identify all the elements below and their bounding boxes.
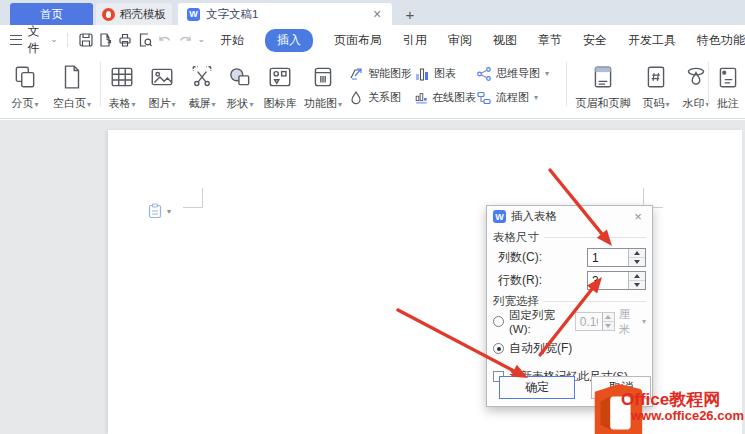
ribbon-flowchart-button[interactable]: 流程图 ▾ (476, 90, 552, 106)
ribbon-function-diagram-button[interactable]: 功能图▾ (300, 60, 346, 111)
divider (544, 301, 646, 302)
rows-spin-down-button[interactable] (629, 280, 645, 289)
columns-spin-up-button[interactable] (629, 249, 645, 257)
ribbon-tab-view[interactable]: 视图 (493, 32, 517, 49)
ribbon-comment-button[interactable]: 批注 (712, 60, 744, 111)
ribbon-mind-map-button[interactable]: 思维导图 ▾ (476, 66, 552, 82)
ribbon-tab-special-features[interactable]: 特色功能 (697, 32, 745, 49)
fixed-width-row: 固定列宽(W): 厘米 ▾ (487, 311, 652, 332)
ribbon-tab-review[interactable]: 审阅 (448, 32, 472, 49)
ribbon-table-button[interactable]: 表格▾ (102, 60, 142, 111)
tab-templates[interactable]: 稻壳模板 (96, 3, 172, 25)
fixed-width-label: 固定列宽(W): (509, 308, 575, 335)
export-button[interactable] (96, 29, 116, 51)
hamburger-menu-icon[interactable] (10, 35, 22, 45)
columns-spin-down-button[interactable] (629, 257, 645, 266)
ribbon-shapes-button[interactable]: 形状▾ (220, 60, 260, 111)
print-preview-button[interactable] (135, 29, 155, 51)
watermark-icon (683, 64, 709, 90)
file-menu[interactable]: 文件 (28, 23, 48, 57)
tab-document-label: 文字文稿1 (206, 7, 258, 22)
file-menu-chevron-icon[interactable]: ⌄ (50, 34, 58, 44)
ribbon-screenshot-button[interactable]: 截屏▾ (182, 60, 222, 111)
ribbon-online-chart-button[interactable]: 在线图表 (414, 90, 476, 106)
divider (100, 62, 101, 106)
tab-home[interactable]: 首页 (10, 3, 93, 25)
table-size-group: 表格尺寸 (487, 230, 652, 245)
blank-page-icon (59, 64, 85, 90)
ribbon-blank-page-button[interactable]: 空白页▾ (46, 60, 98, 111)
table-icon (109, 64, 135, 90)
ribbon-tab-developer[interactable]: 开发工具 (628, 32, 676, 49)
divider (67, 33, 68, 47)
header-footer-icon (590, 64, 616, 90)
ribbon-tabs: 开始 插入 页面布局 引用 审阅 视图 章节 安全 开发工具 特色功能 (220, 29, 745, 52)
wps-window: 首页 稻壳模板 W 文字文稿1 × + 文件 ⌄ (0, 0, 745, 434)
divider (566, 62, 567, 106)
fixed-width-spinner (602, 313, 614, 330)
columns-input[interactable] (588, 249, 628, 266)
dialog-close-icon[interactable]: × (630, 209, 646, 224)
tab-document[interactable]: W 文字文稿1 (178, 3, 392, 25)
fixed-width-spin-down-button[interactable] (603, 321, 614, 330)
print-button[interactable] (115, 29, 135, 51)
undo-button[interactable] (155, 29, 175, 51)
ribbon-tab-insert[interactable]: 插入 (265, 29, 313, 52)
paste-options-button[interactable]: ▾ (148, 203, 171, 219)
new-tab-icon[interactable]: + (398, 3, 422, 25)
ribbon-page-number-button[interactable]: 页码▾ (636, 60, 676, 111)
print-preview-icon (137, 32, 153, 48)
ribbon-picture-button[interactable]: 图片▾ (142, 60, 182, 111)
ribbon-tab-references[interactable]: 引用 (403, 32, 427, 49)
toolbar-more-chevron-icon[interactable]: ⌄ (198, 34, 206, 44)
ribbon-watermark-button[interactable]: 水印▾ (676, 60, 716, 111)
columns-spinner (628, 249, 645, 266)
dropdown-caret-icon: ▾ (34, 100, 38, 109)
ribbon-tab-page-layout[interactable]: 页面布局 (334, 32, 382, 49)
ribbon-chart-button[interactable]: 图表 (414, 66, 476, 82)
page-break-icon (12, 64, 38, 90)
dropdown-caret-icon: ▾ (171, 100, 175, 109)
save-button[interactable] (76, 29, 96, 51)
fixed-width-spin-up-button[interactable] (603, 313, 614, 321)
ok-button[interactable]: 确定 (499, 376, 575, 399)
shapes-icon (227, 64, 253, 90)
ribbon-header-footer-button[interactable]: 页眉和页脚 (572, 60, 634, 111)
screenshot-scissors-icon (189, 64, 215, 90)
page-number-icon (643, 64, 669, 90)
rows-stepper (587, 271, 646, 290)
ribbon-tab-sections[interactable]: 章节 (538, 32, 562, 49)
redo-button[interactable] (175, 29, 195, 51)
dropdown-caret-icon: ▾ (249, 100, 253, 109)
fixed-width-stepper (575, 312, 615, 331)
rows-spin-up-button[interactable] (629, 272, 645, 280)
columns-row: 列数(C): (487, 247, 652, 268)
close-document-tab-icon[interactable]: × (366, 3, 388, 25)
cancel-button[interactable]: 取消 (591, 376, 651, 399)
tab-home-label: 首页 (40, 7, 63, 22)
ribbon-toolbar: 分页▾ 空白页▾ 表格▾ (0, 55, 745, 119)
ribbon-page-break-button[interactable]: 分页▾ (4, 60, 46, 111)
ribbon-smart-graphics-button[interactable]: 智能图形 (348, 66, 414, 82)
insert-table-dialog: W 插入表格 × 表格尺寸 列数(C): 行数(R): (486, 205, 653, 407)
fixed-width-radio[interactable] (493, 316, 504, 327)
auto-width-radio[interactable] (493, 343, 504, 354)
picture-icon (149, 64, 175, 90)
fixed-width-unit: 厘米 (619, 307, 641, 337)
export-icon (97, 32, 113, 48)
ribbon-tab-start[interactable]: 开始 (220, 32, 244, 49)
relationship-diagram-icon (348, 90, 364, 106)
rows-input[interactable] (588, 272, 628, 289)
auto-width-row: 自动列宽(F) (487, 338, 652, 359)
window-tab-bar: 首页 稻壳模板 W 文字文稿1 × + (0, 0, 745, 25)
ribbon-relationship-diagram-button[interactable]: 关系图 (348, 90, 414, 106)
comment-icon (715, 64, 741, 90)
unit-dropdown-caret-icon[interactable]: ▾ (642, 317, 646, 326)
auto-width-label: 自动列宽(F) (509, 340, 572, 357)
ribbon-tab-security[interactable]: 安全 (583, 32, 607, 49)
ribbon-icon-library-button[interactable]: 图标库 (258, 60, 302, 111)
online-chart-icon (414, 90, 428, 106)
paste-options-caret-icon: ▾ (167, 207, 171, 216)
dialog-title-bar[interactable]: W 插入表格 × (487, 206, 652, 227)
fixed-width-input[interactable] (576, 313, 602, 330)
